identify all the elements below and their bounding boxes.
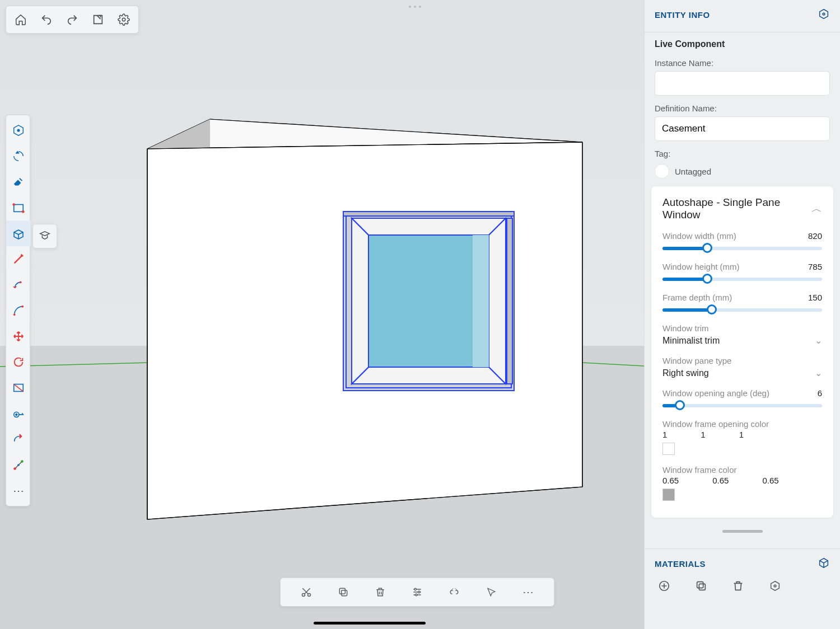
tool-move[interactable] <box>6 323 31 349</box>
svg-point-40 <box>302 594 305 597</box>
frame-opening-g: 1 <box>701 430 705 439</box>
scene-svg <box>0 0 644 629</box>
svg-rect-25 <box>343 212 514 216</box>
svg-point-29 <box>12 203 15 206</box>
panel-resize-handle[interactable] <box>722 530 763 533</box>
window-drag-handle[interactable] <box>409 6 421 8</box>
materials-title: MATERIALS <box>655 559 706 569</box>
frame-swatch[interactable] <box>662 489 675 501</box>
svg-point-41 <box>308 594 311 597</box>
window-height-value: 785 <box>808 262 822 271</box>
tool-offset[interactable] <box>6 272 31 298</box>
home-button[interactable] <box>8 8 34 31</box>
select-button[interactable] <box>475 581 507 603</box>
right-panel: ENTITY INFO Live Component Instance Name… <box>644 0 840 629</box>
window-height-slider[interactable] <box>662 275 822 283</box>
delete-button[interactable] <box>365 581 396 603</box>
more-button[interactable]: ⋯ <box>512 581 544 603</box>
entity-info-collapse-icon[interactable] <box>818 8 830 22</box>
materials-cube-icon[interactable] <box>818 557 830 571</box>
svg-point-44 <box>414 588 416 590</box>
tool-arc[interactable] <box>6 298 31 323</box>
redo-button[interactable] <box>59 8 85 31</box>
window-trim-value: Minimalist trim <box>662 336 720 346</box>
live-component-label: Live Component <box>655 39 830 49</box>
duplicate-material-button[interactable] <box>695 580 707 594</box>
tool-scale[interactable] <box>6 452 31 478</box>
tool-line[interactable] <box>6 246 31 272</box>
window-pane-type-value: Right swing <box>662 368 709 378</box>
delete-material-button[interactable] <box>732 580 744 594</box>
window-pane-type-label: Window pane type <box>662 356 731 365</box>
svg-point-36 <box>16 414 17 415</box>
entity-info-title: ENTITY INFO <box>655 10 710 20</box>
properties-button[interactable] <box>402 581 433 603</box>
tool-rotate[interactable] <box>6 349 31 375</box>
definition-name-label: Definition Name: <box>655 104 830 113</box>
chevron-down-icon: ⌄ <box>815 368 822 378</box>
tool-more[interactable]: ⋯ <box>6 478 31 504</box>
svg-rect-43 <box>339 588 345 594</box>
window-angle-label: Window opening angle (deg) <box>662 388 769 398</box>
svg-rect-24 <box>507 218 512 384</box>
copy-button[interactable] <box>328 581 359 603</box>
tool-paint[interactable] <box>6 375 31 401</box>
tool-rectangle[interactable] <box>6 195 31 220</box>
cut-button[interactable] <box>291 581 322 603</box>
svg-point-31 <box>20 281 22 284</box>
add-material-button[interactable] <box>658 580 670 594</box>
settings-button[interactable] <box>111 8 137 31</box>
tool-flyout-instructor[interactable] <box>32 224 57 248</box>
frame-r: 0.65 <box>662 476 679 485</box>
tag-label: Tag: <box>655 149 830 158</box>
svg-line-1 <box>582 363 644 366</box>
frame-opening-color-label: Window frame opening color <box>662 419 769 429</box>
ungroup-button[interactable] <box>438 581 470 603</box>
frame-opening-swatch[interactable] <box>662 443 675 455</box>
definition-name-field[interactable] <box>655 116 830 141</box>
window-height-label: Window height (mm) <box>662 262 740 271</box>
window-width-slider[interactable] <box>662 244 822 252</box>
tag-color-swatch[interactable] <box>655 164 669 179</box>
svg-point-46 <box>416 594 417 595</box>
svg-point-33 <box>22 306 24 308</box>
frame-opening-r: 1 <box>662 430 667 439</box>
viewport-3d[interactable] <box>0 0 644 629</box>
window-width-value: 820 <box>808 231 822 241</box>
import-button[interactable] <box>85 8 111 31</box>
window-component <box>343 212 514 391</box>
svg-rect-22 <box>368 235 489 367</box>
tool-eraser[interactable] <box>6 169 31 195</box>
svg-marker-18 <box>352 218 506 235</box>
svg-marker-21 <box>489 218 506 384</box>
svg-point-39 <box>17 464 20 466</box>
svg-rect-50 <box>697 582 703 588</box>
material-settings-button[interactable] <box>769 580 781 594</box>
tag-value[interactable]: Untagged <box>675 167 711 176</box>
window-pane-type-dropdown[interactable]: Right swing ⌄ <box>662 368 822 378</box>
svg-point-30 <box>22 210 25 213</box>
tool-iso-view[interactable] <box>6 118 31 143</box>
svg-marker-20 <box>352 218 368 384</box>
tool-followme[interactable] <box>6 426 31 452</box>
svg-rect-28 <box>14 205 24 212</box>
svg-point-37 <box>13 467 16 470</box>
instance-name-field[interactable] <box>655 71 830 96</box>
autoshape-collapse-icon[interactable]: ︿ <box>811 201 822 216</box>
tool-pushpull[interactable] <box>6 220 31 246</box>
tool-orbit[interactable] <box>6 143 31 169</box>
tool-tape[interactable] <box>6 401 31 426</box>
window-angle-slider[interactable] <box>662 401 822 409</box>
svg-rect-23 <box>473 235 489 367</box>
undo-button[interactable] <box>34 8 59 31</box>
window-width-label: Window width (mm) <box>662 231 736 241</box>
svg-point-32 <box>13 314 16 316</box>
window-trim-label: Window trim <box>662 323 709 333</box>
frame-color-label: Window frame color <box>662 465 737 475</box>
frame-depth-slider[interactable] <box>662 306 822 313</box>
frame-g: 0.65 <box>712 476 729 485</box>
svg-point-51 <box>774 585 776 587</box>
bottom-toolbar: ⋯ <box>280 578 554 607</box>
frame-depth-label: Frame depth (mm) <box>662 293 732 302</box>
window-trim-dropdown[interactable]: Minimalist trim ⌄ <box>662 335 822 346</box>
